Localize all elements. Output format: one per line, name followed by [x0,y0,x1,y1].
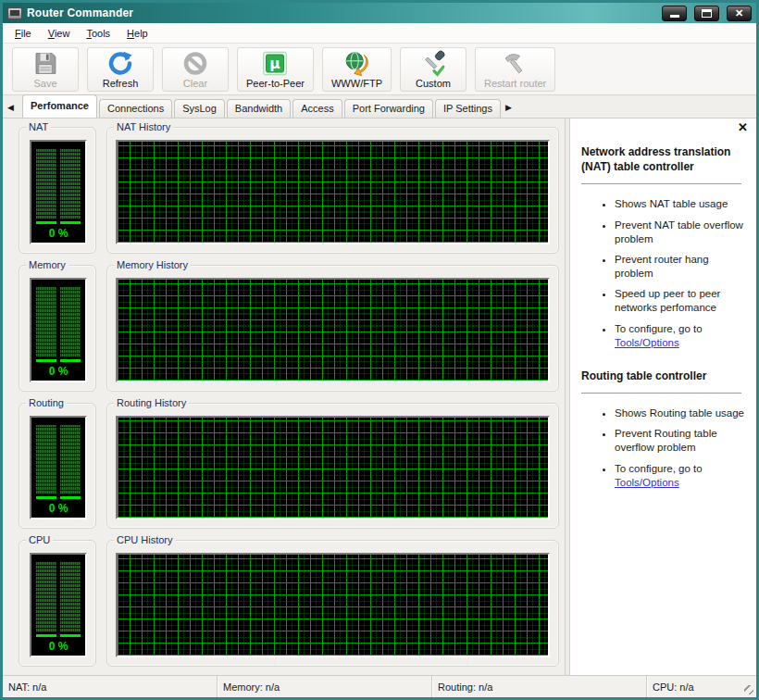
close-icon: ✕ [735,8,743,19]
menu-tools[interactable]: Tools [78,25,118,42]
globe-download-icon [342,50,370,77]
list-item: To configure, go to Tools/Options [615,322,747,350]
app-icon [7,7,22,19]
menu-view-accel: V [48,28,55,39]
close-button[interactable]: ✕ [727,6,752,21]
utorrent-mu-icon: µ [261,50,289,77]
bullet-text: Speed up peer to peer networks perfomanc… [615,288,720,313]
bullet-text: Prevent router hang problem [615,254,709,279]
menu-help[interactable]: Help [118,25,156,42]
bullet-text: To configure, go to [615,463,703,474]
save-button[interactable]: Save [12,47,79,92]
nat-controller-heading: Network address translation (NAT) table … [581,144,745,174]
list-item: Shows Routing table usage [615,406,747,420]
memory-gauge-meter: 0 % [30,278,87,382]
tab-perfomance[interactable]: Perfomance [22,94,97,118]
router-commander-window: Router Commander ✕ File View Tools Help … [0,0,759,700]
memory-gauge-groupbox: Memory 0 % [19,265,96,392]
svg-text:µ: µ [270,55,280,71]
memory-history-groupbox: Memory History [106,265,559,392]
bullet-text: Shows Routing table usage [615,407,744,419]
peer-to-peer-button[interactable]: µ Peer-to-Peer [237,47,314,92]
memory-history-label: Memory History [114,259,191,270]
minimize-button[interactable] [662,6,687,21]
help-panel: ✕ Network address translation (NAT) tabl… [570,119,756,675]
routing-row: Routing 0 % Routing History [19,403,559,530]
tab-bandwidth[interactable]: Bandwidth [227,99,291,118]
content-area: NAT 0 % NAT History M [3,119,756,675]
list-item: Prevent NAT table overflow problem [615,219,747,246]
nat-history-graph [116,140,550,244]
menu-file[interactable]: File [6,25,40,42]
list-item: Speed up peer to peer networks perfomanc… [615,287,747,315]
nat-gauge-label: NAT [26,121,51,132]
menu-help-accel: H [127,28,134,39]
www-ftp-button[interactable]: WWW/FTP [322,47,392,92]
list-item: Shows NAT table usage [615,197,747,211]
menu-view-rest: iew [55,28,70,39]
menu-tools-rest: ools [92,28,110,39]
bullet-text: Prevent Routing table overflow problem [615,428,717,453]
menu-view[interactable]: View [40,25,79,42]
nat-gauge-meter: 0 % [30,140,87,244]
memory-gauge-label: Memory [26,259,68,270]
memory-gauge-value: 0 % [49,365,68,378]
routing-history-label: Routing History [114,397,189,408]
nat-history-groupbox: NAT History [106,127,559,254]
routing-controller-heading: Routing table controller [581,369,745,383]
resize-grip[interactable] [744,685,753,694]
divider [581,393,741,394]
toolbar: Save Refresh Clear µ Peer-to-Peer [3,44,756,95]
routing-history-graph [116,416,550,520]
tab-syslog[interactable]: SysLog [174,99,225,118]
memory-history-graph [116,278,550,382]
block-icon [181,50,209,77]
routing-controller-bullets: Shows Routing table usage Prevent Routin… [581,406,747,490]
hammer-icon [502,50,529,77]
title-bar: Router Commander ✕ [3,3,756,23]
peer-to-peer-button-label: Peer-to-Peer [246,78,305,89]
routing-gauge-value: 0 % [49,502,68,515]
tab-ip-settings[interactable]: IP Settings [435,99,501,118]
menu-help-rest: elp [134,28,148,39]
tab-scroll-left-icon[interactable]: ◀ [5,98,17,116]
nat-row: NAT 0 % NAT History [19,127,559,254]
list-item: Prevent Routing table overflow problem [615,427,747,455]
divider [581,183,741,184]
custom-button-label: Custom [416,78,451,89]
custom-button[interactable]: Custom [400,47,467,92]
cpu-row: CPU 0 % CPU History [19,540,559,667]
bullet-text: Shows NAT table usage [615,198,728,209]
nat-controller-bullets: Shows NAT table usage Prevent NAT table … [581,197,747,350]
menu-bar: File View Tools Help [3,23,756,44]
tab-connections[interactable]: Connections [99,99,172,118]
maximize-button[interactable] [694,6,719,21]
screwdriver-check-icon [419,50,447,77]
routing-gauge-groupbox: Routing 0 % [19,403,96,530]
restart-router-button-label: Restart router [484,78,546,89]
www-ftp-button-label: WWW/FTP [331,78,382,89]
maximize-icon [702,9,712,18]
cpu-gauge-meter: 0 % [30,553,87,657]
performance-panel: NAT 0 % NAT History M [3,119,565,675]
refresh-button[interactable]: Refresh [87,47,154,92]
clear-button-label: Clear [183,78,207,89]
cpu-gauge-label: CPU [26,534,53,545]
help-close-icon[interactable]: ✕ [738,121,748,133]
cpu-gauge-groupbox: CPU 0 % [19,540,96,667]
tab-scroll-right-icon[interactable]: ▶ [503,98,515,116]
tab-port-forwarding[interactable]: Port Forwarding [344,99,433,118]
routing-history-groupbox: Routing History [106,403,559,530]
tools-options-link[interactable]: Tools/Options [615,337,679,348]
clear-button[interactable]: Clear [162,47,229,92]
nat-gauge-groupbox: NAT 0 % [19,127,96,254]
cpu-history-groupbox: CPU History [106,540,559,667]
status-routing: Routing: n/a [432,676,647,697]
status-bar: NAT: n/a Memory: n/a Routing: n/a CPU: n… [3,675,756,697]
tools-options-link[interactable]: Tools/Options [615,477,679,488]
restart-router-button[interactable]: Restart router [475,47,555,92]
routing-gauge-label: Routing [26,397,67,408]
tab-bar: ◀ Perfomance Connections SysLog Bandwidt… [3,95,756,119]
memory-row: Memory 0 % Memory History [19,265,559,392]
tab-access[interactable]: Access [292,99,342,118]
